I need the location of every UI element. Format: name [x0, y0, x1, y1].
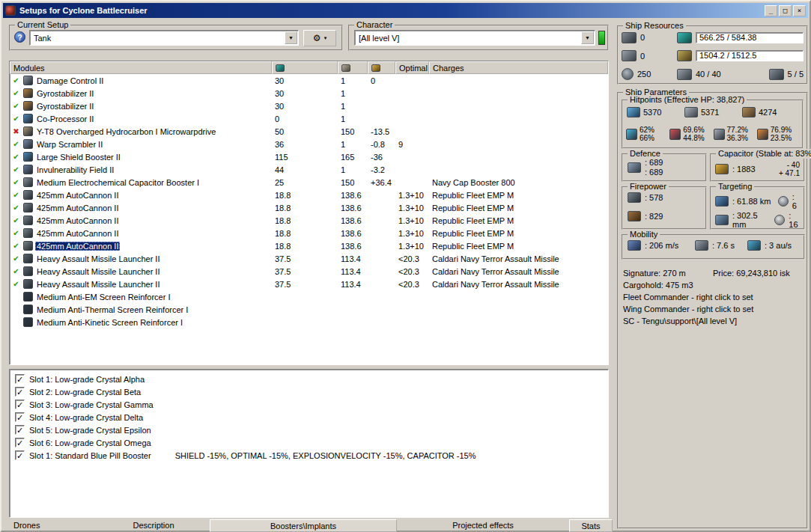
kinetic-resist-icon: [714, 129, 725, 140]
module-row[interactable]: ✔425mm AutoCannon II18.8138.61.3+10Repub…: [10, 189, 608, 201]
module-name: 425mm AutoCannon II: [35, 242, 120, 251]
module-error-x-icon[interactable]: ✖: [11, 125, 21, 138]
booster-item[interactable]: ✓Slot 6: Low-grade Crystal Omega: [10, 436, 608, 449]
module-row[interactable]: ✔Large Shield Booster II115165-36: [10, 150, 608, 163]
column-header-optimal[interactable]: Optimal: [395, 61, 429, 74]
wing-commander-slot[interactable]: Wing Commander - right click to set: [623, 303, 804, 315]
module-active-check-icon[interactable]: ✔: [11, 163, 21, 176]
setup-combobox[interactable]: Tank ▼: [29, 30, 299, 46]
tab-description[interactable]: Description: [97, 519, 210, 532]
targeting-range-icon: [715, 196, 729, 207]
module-row[interactable]: ✔Medium Electrochemical Capacitor Booste…: [10, 176, 608, 189]
module-row[interactable]: ✔425mm AutoCannon II18.8138.61.3+10Repub…: [10, 214, 608, 227]
module-icon: [23, 266, 33, 276]
module-active-check-icon[interactable]: ✔: [11, 112, 21, 125]
booster-checkbox[interactable]: ✓: [15, 438, 25, 447]
module-active-check-icon[interactable]: ✔: [11, 74, 21, 87]
booster-item[interactable]: ✓Slot 2: Low-grade Crystal Beta: [10, 385, 608, 398]
current-setup-group: Current Setup ? Tank ▼ ⚙ ▾: [9, 25, 343, 51]
module-cpu-value: 30: [272, 102, 338, 111]
booster-item[interactable]: ✓Slot 5: Low-grade Crystal Epsilon: [10, 424, 608, 436]
module-active-check-icon[interactable]: ✔: [11, 150, 21, 163]
module-row[interactable]: Medium Anti-EM Screen Reinforcer I: [10, 290, 608, 303]
module-row[interactable]: ✔Heavy Assault Missile Launcher II37.511…: [10, 278, 608, 290]
module-active-check-icon[interactable]: ✔: [11, 278, 21, 290]
module-active-check-icon[interactable]: ✔: [11, 239, 21, 252]
hp-row: 5370 5371 4274: [627, 107, 800, 117]
tab-stats[interactable]: Stats: [569, 519, 613, 532]
booster-checkbox[interactable]: ✓: [15, 412, 25, 422]
character-combobox[interactable]: [All level V] ▼: [354, 30, 595, 46]
module-row[interactable]: ✖Y-T8 Overcharged Hydrocarbon I Microwar…: [10, 125, 608, 138]
module-icon: [23, 88, 33, 98]
module-name: Co-Processor II: [35, 114, 95, 123]
tab-drones[interactable]: Drones: [7, 519, 97, 532]
booster-checkbox[interactable]: ✓: [15, 450, 25, 460]
module-cpu-value: 0: [272, 114, 338, 123]
hitpoints-title: Hitpoints (Effective HP: 38,827): [628, 95, 747, 105]
tab-projected-effects[interactable]: Projected effects: [397, 519, 569, 532]
module-active-check-icon[interactable]: ✔: [11, 201, 21, 214]
minimize-button[interactable]: _: [765, 5, 777, 16]
booster-item[interactable]: ✓Slot 1: Low-grade Crystal Alpha: [10, 373, 608, 385]
module-row[interactable]: ✔425mm AutoCannon II18.8138.61.3+10Repub…: [10, 227, 608, 239]
launcher-hardpoints-icon: [622, 50, 637, 61]
maximize-button[interactable]: □: [779, 5, 792, 16]
module-name: Medium Anti-EM Screen Reinforcer I: [35, 293, 172, 302]
align-time-value: : 7.6 s: [712, 241, 744, 250]
module-row[interactable]: ✔Warp Scrambler II361-0.89: [10, 138, 608, 150]
module-row[interactable]: ✔Gyrostabilizer II301: [10, 100, 608, 112]
thermal-resist-cell: 69.6%44.8%: [669, 126, 713, 142]
module-row[interactable]: ✔425mm AutoCannon II18.8138.61.3+10Repub…: [10, 201, 608, 214]
module-optimal-value: <20.3: [395, 280, 429, 289]
column-header-capacitor[interactable]: [368, 61, 395, 74]
module-active-check-icon[interactable]: ✔: [11, 252, 21, 265]
booster-checkbox[interactable]: ✓: [15, 374, 25, 384]
module-active-check-icon[interactable]: ✔: [11, 87, 21, 100]
module-cpu-value: 18.8: [272, 204, 338, 213]
module-active-check-icon[interactable]: ✔: [11, 227, 21, 239]
module-row[interactable]: ✔Invulnerability Field II441-3.2: [10, 163, 608, 176]
module-active-check-icon[interactable]: ✔: [11, 138, 21, 150]
module-active-check-icon[interactable]: ✔: [11, 100, 21, 112]
squad-commander-slot[interactable]: SC - Tengu\support\[All level V]: [623, 315, 804, 327]
booster-checkbox[interactable]: ✓: [15, 387, 25, 397]
module-active-check-icon[interactable]: ✔: [11, 176, 21, 189]
setup-tools-button[interactable]: ⚙ ▾: [303, 30, 336, 46]
column-header-modules[interactable]: Modules: [10, 61, 272, 74]
max-targets-value: : 6: [792, 192, 801, 210]
column-header-cpu[interactable]: [272, 61, 338, 74]
column-header-powergrid[interactable]: [338, 61, 368, 74]
booster-checkbox[interactable]: ✓: [15, 400, 25, 409]
tab-boosters-implants[interactable]: Boosters\Implants: [210, 519, 397, 532]
column-header-charges[interactable]: Charges: [429, 61, 608, 74]
booster-item[interactable]: ✓Slot 1: Standard Blue Pill BoosterSHIEL…: [10, 449, 608, 462]
title-bar[interactable]: Setups for Cyclone Battlecruiser _ □ ×: [3, 3, 808, 18]
booster-item[interactable]: ✓Slot 4: Low-grade Crystal Delta: [10, 411, 608, 424]
close-button[interactable]: ×: [793, 5, 806, 16]
module-name-cell: ✔425mm AutoCannon II: [10, 214, 272, 227]
help-icon[interactable]: ?: [14, 31, 25, 43]
fleet-commander-slot[interactable]: Fleet Commander - right click to set: [623, 291, 804, 303]
module-name-cell: ✔Large Shield Booster II: [10, 150, 272, 163]
module-row[interactable]: ✔Heavy Assault Missile Launcher II37.511…: [10, 265, 608, 278]
module-row[interactable]: ✔425mm AutoCannon II18.8138.61.3+10Repub…: [10, 239, 608, 252]
booster-label: Slot 2: Low-grade Crystal Beta: [29, 388, 141, 397]
module-name: Gyrostabilizer II: [35, 102, 95, 111]
module-active-check-icon[interactable]: ✔: [11, 189, 21, 201]
module-row[interactable]: ✔Gyrostabilizer II301: [10, 87, 608, 100]
module-name: Invulnerability Field II: [35, 165, 115, 174]
module-row[interactable]: ✔Damage Control II3010: [10, 74, 608, 87]
character-dropdown-arrow-icon[interactable]: ▼: [581, 31, 594, 44]
booster-item[interactable]: ✓Slot 3: Low-grade Crystal Gamma: [10, 398, 608, 411]
booster-checkbox[interactable]: ✓: [15, 425, 25, 435]
module-active-check-icon[interactable]: ✔: [11, 214, 21, 227]
module-row[interactable]: ✔Co-Processor II01: [10, 112, 608, 125]
module-row[interactable]: Medium Anti-Thermal Screen Reinforcer I: [10, 303, 608, 316]
module-cap-value: +36.4: [368, 178, 395, 187]
module-row[interactable]: ✔Heavy Assault Missile Launcher II37.511…: [10, 252, 608, 265]
setup-dropdown-arrow-icon[interactable]: ▼: [285, 31, 297, 44]
module-row[interactable]: Medium Anti-Kinetic Screen Reinforcer I: [10, 316, 608, 328]
module-active-check-icon[interactable]: ✔: [11, 265, 21, 278]
module-name-cell: ✔Invulnerability Field II: [10, 163, 272, 176]
